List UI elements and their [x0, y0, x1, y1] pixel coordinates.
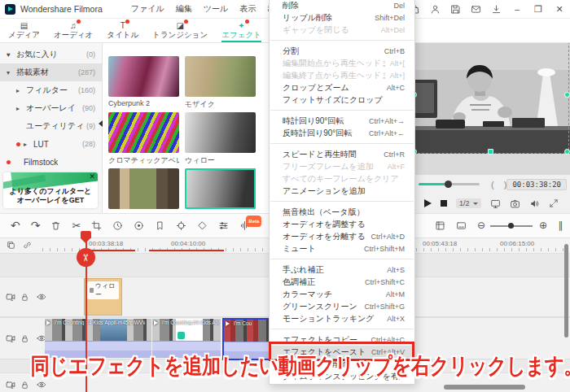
play-icon[interactable]	[424, 199, 432, 207]
context-menu-item[interactable]: スピードと再生時間 Ctrl+R	[270, 148, 414, 160]
handle-mid-right[interactable]	[564, 92, 570, 98]
minimize-button[interactable]: –	[511, 4, 523, 14]
tab[interactable]: T タイトル	[105, 18, 140, 42]
menubar-item[interactable]: 編集	[170, 3, 198, 15]
lock-icon[interactable]	[20, 334, 29, 343]
context-menu-item[interactable]	[270, 201, 414, 202]
context-menu-item[interactable]: 編集開始点から再生ヘッドまでトリム Alt+[	[270, 57, 414, 69]
render-preview-icon[interactable]	[435, 220, 445, 231]
timeline-zoom-slider[interactable]	[490, 225, 533, 227]
sidebar-item[interactable]: ♥ お気に入り (0)	[0, 46, 102, 63]
menubar-item[interactable]: 表示	[234, 3, 261, 15]
color-icon[interactable]	[134, 220, 144, 231]
context-menu-item[interactable]: リップル削除 Shift+Del	[270, 11, 414, 24]
marker-icon[interactable]	[155, 220, 165, 231]
selection-bounding-box[interactable]	[414, 37, 569, 154]
context-menu-item[interactable]: 無音検出（ベータ版）	[270, 206, 414, 218]
close-button[interactable]: ✕	[554, 4, 565, 15]
horizontal-scrollbar[interactable]	[444, 385, 525, 390]
adjust-sliders-icon[interactable]	[218, 220, 229, 231]
context-menu-item[interactable]: オーディオを分離する Ctrl+Alt+D	[270, 230, 414, 242]
audio-split-icon[interactable]: Beta	[239, 220, 250, 231]
sidebar-item[interactable]: ▸ フィルター (160)	[0, 81, 102, 99]
save-icon[interactable]	[450, 4, 461, 15]
track-manager-icon[interactable]: ∥	[558, 220, 563, 231]
filmstock-banner[interactable]: ✕ より多くのフィルターと オーバーレイをGET	[3, 172, 98, 208]
context-menu-item[interactable]	[270, 329, 414, 329]
vertical-scrollbar[interactable]	[564, 244, 568, 338]
playback-progress-bar[interactable]	[419, 183, 480, 185]
context-menu-item[interactable]: 時計回り90°回転 Ctrl+Alt+→	[270, 115, 414, 127]
effect-card[interactable]: ウィロー	[185, 112, 256, 168]
context-menu-item[interactable]: ミュート Ctrl+Shift+M	[270, 242, 414, 255]
context-menu-item[interactable]: グリーンスクリーン Ctrl+Shift+G	[270, 300, 414, 312]
motion-track-icon[interactable]	[176, 220, 186, 231]
playhead-pin[interactable]	[81, 231, 91, 238]
effect-clip[interactable]: ウィロー	[84, 278, 122, 316]
fullscreen-icon[interactable]	[549, 198, 559, 208]
crop-icon[interactable]	[91, 220, 102, 231]
effect-card[interactable]: クロマティックアベレーション	[108, 112, 179, 168]
context-menu-item[interactable]: 反時計回り90°回転 Ctrl+Alt+←	[270, 127, 414, 139]
feedback-mail-icon[interactable]	[471, 4, 481, 15]
lock-icon[interactable]	[20, 381, 29, 390]
sidebar-item[interactable]: ユーティリティ (9)	[0, 117, 102, 135]
subtitle-icon[interactable]	[456, 220, 467, 231]
context-menu-item[interactable]: フリーズフレームを追加 Alt+F	[270, 160, 414, 172]
context-menu-item[interactable]: ギャップを閉じる Alt+Del	[270, 24, 414, 36]
playhead-split-scissors-icon[interactable]: ✂	[77, 248, 95, 267]
menubar-item[interactable]: ツール	[198, 3, 234, 15]
duplicate-icon[interactable]	[7, 241, 15, 250]
effect-card[interactable]	[108, 168, 179, 213]
context-menu-item[interactable]: すべてのキーフレームをクリア	[270, 172, 414, 185]
playback-knob[interactable]	[445, 181, 452, 188]
export-download-icon[interactable]	[491, 4, 502, 15]
account-icon[interactable]	[430, 4, 441, 15]
context-menu-item[interactable]: カラーマッチ Alt+M	[270, 288, 414, 300]
mark-in-icon[interactable]: (	[491, 180, 494, 189]
context-menu-item[interactable]: 分割 Ctrl+B	[270, 45, 414, 57]
sidebar-item[interactable]: ▸ LUT (28)	[0, 135, 102, 153]
maximize-button[interactable]: ❐	[533, 4, 544, 15]
zoom-in-icon[interactable]: ⊕	[539, 220, 547, 231]
sidebar-item[interactable]: Filmstock	[0, 153, 102, 171]
eye-icon[interactable]	[37, 292, 46, 302]
snapshot-camera-icon[interactable]	[510, 198, 520, 209]
redo-icon[interactable]: ↷	[31, 220, 41, 231]
zoom-knob[interactable]	[508, 223, 514, 229]
context-menu-item[interactable]: モーショントラッキング Alt+X	[270, 312, 414, 324]
tab[interactable]: ✦ エフェクト	[220, 18, 263, 42]
delete-icon[interactable]	[50, 220, 61, 231]
speed-select[interactable]: 1/2	[456, 198, 481, 208]
sidebar-item[interactable]: ▸ オーバーレイ (90)	[0, 99, 102, 117]
context-menu-item[interactable]: 削除 Del	[270, 0, 414, 11]
menubar-item[interactable]: ファイル	[125, 3, 170, 15]
track-camera-icon[interactable]: 3	[6, 380, 13, 390]
banner-close-icon[interactable]: ✕	[89, 172, 95, 181]
stop-icon[interactable]	[441, 200, 447, 207]
volume-speaker-icon[interactable]	[529, 198, 540, 209]
track-camera-icon[interactable]: 2	[6, 333, 13, 343]
link-icon[interactable]	[23, 241, 32, 250]
context-menu-item[interactable]: クロップとズーム Alt+C	[270, 81, 414, 94]
handle-bottom-center[interactable]	[488, 149, 493, 155]
effect-card[interactable]: Cyberpunk 2	[108, 56, 179, 112]
track-camera-icon[interactable]: 1	[6, 292, 13, 302]
context-menu-item[interactable]	[270, 40, 414, 41]
collapse-panel-icon[interactable]	[99, 120, 103, 127]
split-scissors-icon[interactable]: ✂	[72, 220, 81, 231]
undo-icon[interactable]: ↶	[11, 220, 20, 231]
handle-bottom-right[interactable]	[564, 149, 570, 155]
context-menu-item[interactable]: フィットサイズにクロップ	[270, 94, 414, 106]
lock-icon[interactable]	[20, 293, 29, 302]
sidebar-item[interactable]: ▾ 搭載素材 (287)	[0, 63, 102, 81]
effect-card[interactable]: モザイク	[185, 56, 256, 112]
context-menu-item[interactable]: アニメーションを追加	[270, 185, 414, 197]
tab[interactable]: ▤ メディア	[7, 18, 42, 42]
context-menu-item[interactable]	[270, 143, 414, 144]
effect-card[interactable]	[185, 168, 256, 213]
speed-clock-icon[interactable]	[112, 220, 123, 231]
context-menu-item[interactable]: オーディオを調整する	[270, 218, 414, 230]
context-menu-item[interactable]: 編集終了点から再生ヘッドまでトリム Alt+]	[270, 69, 414, 81]
tab[interactable]: ♫ オーディオ	[52, 18, 94, 42]
